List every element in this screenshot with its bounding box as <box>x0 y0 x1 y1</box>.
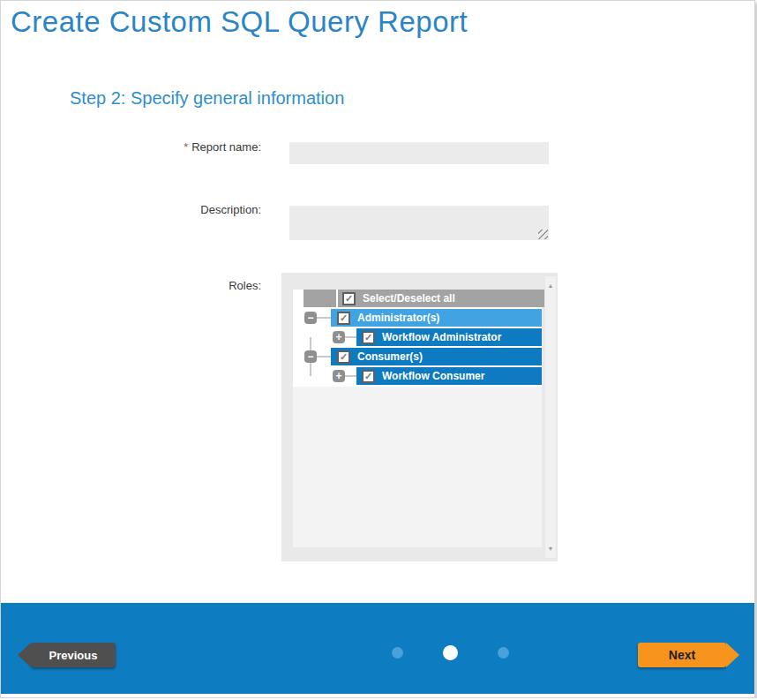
select-all-label: Select/Deselect all <box>363 292 455 305</box>
wizard-window: Create Custom SQL Query Report Step 2: S… <box>0 0 755 698</box>
select-all-row[interactable]: ✓ Select/Deselect all <box>298 290 542 307</box>
previous-arrow-tip-icon <box>18 643 31 667</box>
previous-button[interactable]: Previous <box>31 643 116 667</box>
workflow-consumer-label: Workflow Consumer <box>382 370 484 382</box>
step-dot-1[interactable] <box>392 647 403 659</box>
expand-icon[interactable]: + <box>333 331 345 343</box>
consumers-label: Consumer(s) <box>357 350 423 363</box>
previous-button-label: Previous <box>49 649 98 662</box>
minus-glyph: − <box>307 351 313 362</box>
roles-list-viewport: ✓ Select/Deselect all − ✓ Administrator(… <box>293 290 542 547</box>
expand-icon[interactable]: + <box>333 370 345 382</box>
tree-connector-line <box>343 375 356 377</box>
checkmark-icon: ✓ <box>364 372 372 381</box>
administrators-label: Administrator(s) <box>357 312 439 324</box>
tree-row-workflow-consumer[interactable]: + ✓ Workflow Consumer <box>293 367 542 385</box>
roles-scrollbar[interactable]: ▲ ▼ <box>544 275 557 559</box>
collapse-icon[interactable]: − <box>304 350 317 363</box>
next-button[interactable]: Next <box>638 643 726 667</box>
workflow-administrator-checkbox[interactable]: ✓ <box>362 331 375 344</box>
step-dot-2-active[interactable] <box>443 645 458 660</box>
tree-row-workflow-administrator[interactable]: + ✓ Workflow Administrator <box>293 328 542 346</box>
report-name-label: *Report name: <box>54 140 261 154</box>
next-button-label: Next <box>669 648 695 662</box>
next-arrow-tip-icon <box>726 643 739 667</box>
expander-column-header <box>304 290 336 307</box>
textarea-resize-handle[interactable] <box>538 230 548 239</box>
required-marker: * <box>184 140 188 154</box>
plus-glyph: + <box>335 371 341 381</box>
roles-label: Roles: <box>54 279 261 292</box>
step-dot-3[interactable] <box>498 647 509 659</box>
checkmark-icon: ✓ <box>340 313 348 323</box>
checkmark-icon: ✓ <box>364 333 372 342</box>
page-title: Create Custom SQL Query Report <box>11 5 468 39</box>
description-label-text: Description: <box>200 203 261 216</box>
roles-list-panel: ✓ Select/Deselect all − ✓ Administrator(… <box>281 273 558 561</box>
description-label: Description: <box>54 203 261 216</box>
report-name-input[interactable] <box>289 142 549 164</box>
scroll-down-icon[interactable]: ▼ <box>545 546 556 552</box>
report-name-label-text: Report name: <box>191 140 261 154</box>
step-heading: Step 2: Specify general information <box>70 88 344 109</box>
tree-connector-line <box>343 336 356 338</box>
description-input[interactable] <box>289 206 549 240</box>
wizard-footer: Previous Next <box>1 603 755 694</box>
consumers-checkbox[interactable]: ✓ <box>337 350 350 364</box>
administrators-checkbox[interactable]: ✓ <box>337 312 350 325</box>
collapse-icon[interactable]: − <box>304 312 317 324</box>
select-all-checkbox[interactable]: ✓ <box>342 292 356 305</box>
scroll-up-icon[interactable]: ▲ <box>545 282 556 289</box>
workflow-administrator-label: Workflow Administrator <box>382 331 501 343</box>
roles-label-text: Roles: <box>229 279 261 292</box>
workflow-consumer-checkbox[interactable]: ✓ <box>362 370 375 383</box>
checkmark-icon: ✓ <box>340 352 348 362</box>
plus-glyph: + <box>335 332 341 342</box>
checkmark-icon: ✓ <box>345 294 353 304</box>
minus-glyph: − <box>307 312 313 323</box>
